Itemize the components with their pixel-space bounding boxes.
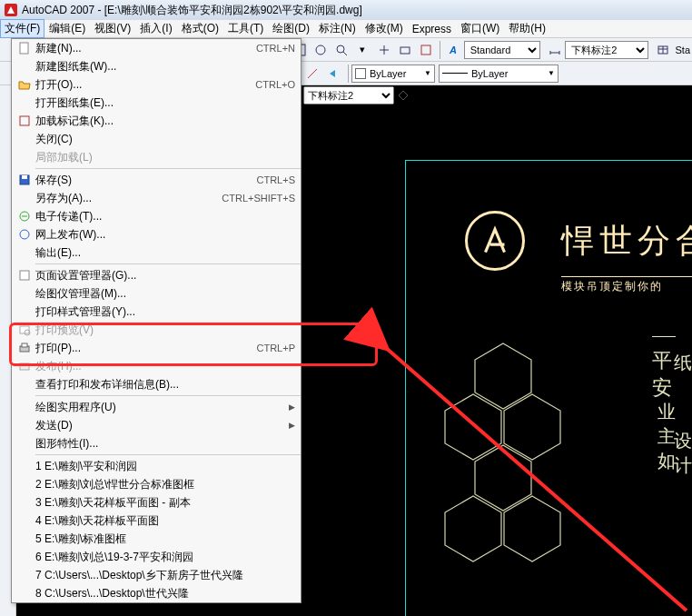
tool-icon[interactable]: ▾ — [353, 40, 372, 60]
zoom-icon[interactable] — [332, 40, 351, 60]
table-style-icon[interactable] — [653, 40, 672, 60]
pan-icon[interactable] — [374, 40, 393, 60]
dim-style-dropdown[interactable]: 下料标注2 — [565, 41, 648, 59]
svg-rect-23 — [22, 343, 27, 347]
menu-saveas[interactable]: 另存为(A)...CTRL+SHIFT+S — [12, 189, 301, 207]
svg-rect-14 — [20, 116, 29, 125]
menu-partial-load: 局部加载(L) — [12, 148, 301, 166]
title-bar: AutoCAD 2007 - [E:\雕刻\顺合装饰平安和润园2栋902\平安和… — [0, 0, 692, 20]
menu-print[interactable]: 打印(P)... CTRL+P — [12, 339, 301, 357]
menu-recent-6[interactable]: 6 E:\雕刻\刘总\19-3-7平安和润园 — [12, 548, 301, 566]
brand-title: 悍世分合 — [561, 219, 692, 263]
menu-new-sheetset[interactable]: 新建图纸集(W)... — [12, 57, 301, 75]
tool-icon[interactable] — [395, 40, 414, 60]
menu-save[interactable]: 保存(S) CTRL+S — [12, 171, 301, 189]
svg-marker-11 — [445, 496, 501, 561]
new-file-icon — [14, 42, 35, 55]
svg-point-2 — [316, 45, 325, 55]
menu-new[interactable]: 新建(N)... CTRL+N — [12, 39, 301, 57]
menu-view[interactable]: 视图(V) — [90, 19, 135, 38]
publish-icon — [14, 360, 35, 373]
open-folder-icon — [14, 78, 35, 91]
menu-send[interactable]: 发送(D)▶ — [12, 416, 301, 434]
menu-window[interactable]: 窗口(W) — [456, 19, 504, 38]
text-style-dropdown[interactable]: Standard — [464, 41, 541, 59]
menu-help[interactable]: 帮助(H) — [504, 19, 550, 38]
tool-icon[interactable] — [311, 40, 330, 60]
menu-recent-7[interactable]: 7 C:\Users\...\Desktop\乡下新房子世代兴隆 — [12, 566, 301, 584]
save-icon — [14, 174, 35, 186]
web-icon — [14, 228, 35, 241]
submenu-arrow-icon: ▶ — [289, 421, 295, 430]
menu-file[interactable]: 文件(F) — [0, 19, 44, 38]
brand-block: 悍世分合 模块吊顶定制你的 — [465, 211, 692, 294]
dim-style-dropdown-2[interactable]: 下料标注2 — [303, 86, 394, 104]
menu-page-setup[interactable]: 页面设置管理器(G)... — [12, 266, 301, 284]
menu-publish[interactable]: 发布(H)... — [12, 357, 301, 375]
menu-edit[interactable]: 编辑(E) — [44, 19, 90, 38]
svg-point-3 — [337, 45, 344, 53]
menu-express[interactable]: Express — [408, 21, 456, 37]
menu-dimension[interactable]: 标注(N) — [314, 19, 361, 38]
menu-recent-5[interactable]: 5 E:\雕刻\标准图框 — [12, 530, 301, 548]
svg-rect-13 — [20, 43, 28, 54]
menu-insert[interactable]: 插入(I) — [135, 19, 176, 38]
svg-rect-24 — [20, 363, 29, 370]
menu-draw[interactable]: 绘图(D) — [268, 19, 314, 38]
menu-modify[interactable]: 修改(M) — [361, 19, 408, 38]
menu-plotstyle-mgr[interactable]: 打印样式管理器(Y)... — [12, 303, 301, 321]
menu-open-sheetset[interactable]: 打开图纸集(E)... — [12, 94, 301, 112]
svg-rect-5 — [421, 45, 430, 55]
printer-icon — [14, 342, 35, 354]
menu-drawing-props[interactable]: 图形特性(I)... — [12, 434, 301, 452]
menu-recent-4[interactable]: 4 E:\雕刻\天花样板平面图 — [12, 512, 301, 530]
svg-point-18 — [20, 230, 29, 239]
line-icon[interactable] — [302, 64, 322, 84]
page-setup-icon — [14, 269, 35, 282]
menu-recent-2[interactable]: 2 E:\雕刻\刘总\悍世分合标准图框 — [12, 475, 301, 493]
canvas-text: 设计 — [674, 429, 692, 478]
submenu-arrow-icon: ▶ — [289, 402, 295, 412]
menu-recent-1[interactable]: 1 E:\雕刻\平安和润园 — [12, 457, 301, 475]
menu-recent-3[interactable]: 3 E:\雕刻\天花样板平面图 - 副本 — [12, 493, 301, 512]
menu-print-preview[interactable]: 打印预览(V) — [12, 321, 301, 339]
menu-format[interactable]: 格式(O) — [177, 19, 223, 38]
markup-icon — [14, 114, 35, 127]
svg-marker-12 — [504, 496, 560, 561]
dim-style-icon[interactable] — [545, 40, 564, 60]
menu-tools[interactable]: 工具(T) — [223, 19, 268, 38]
svg-rect-19 — [20, 271, 29, 280]
canvas-text: 纸 — [674, 351, 692, 375]
menu-publish-web[interactable]: 网上发布(W)... — [12, 225, 301, 243]
etransmit-icon — [14, 210, 35, 223]
menu-etransmit[interactable]: 电子传递(T)... — [12, 207, 301, 225]
file-menu-dropdown: 新建(N)... CTRL+N 新建图纸集(W)... 打开(O)... CTR… — [11, 38, 302, 603]
menu-load-markup[interactable]: 加载标记集(K)... — [12, 112, 301, 130]
text-style-icon[interactable]: A — [443, 40, 462, 60]
menu-drawing-utils[interactable]: 绘图实用程序(U)▶ — [12, 398, 301, 416]
menu-recent-8[interactable]: 8 C:\Users\...\Desktop\世代兴隆 — [12, 584, 301, 602]
linetype-dropdown[interactable]: ByLayer ▼ — [439, 65, 559, 83]
menu-view-plot-details[interactable]: 查看打印和发布详细信息(B)... — [12, 375, 301, 393]
tool-icon[interactable] — [416, 40, 435, 60]
sta-label: Sta — [675, 45, 690, 55]
brand-subtitle: 模块吊顶定制你的 — [561, 279, 692, 294]
window-title: AutoCAD 2007 - [E:\雕刻\顺合装饰平安和润园2栋902\平安和… — [22, 3, 362, 18]
menu-close[interactable]: 关闭(C) — [12, 130, 301, 148]
svg-rect-4 — [400, 47, 410, 54]
menu-open[interactable]: 打开(O)... CTRL+O — [12, 75, 301, 94]
menu-export[interactable]: 输出(E)... — [12, 243, 301, 262]
menu-bar: 文件(F) 编辑(E) 视图(V) 插入(I) 格式(O) 工具(T) 绘图(D… — [0, 20, 692, 38]
svg-rect-16 — [22, 175, 27, 179]
tool-icon[interactable] — [394, 86, 412, 104]
app-icon — [4, 3, 18, 17]
menu-plotter-mgr[interactable]: 绘图仪管理器(M)... — [12, 284, 301, 303]
color-swatch — [355, 68, 366, 79]
layer-prev-icon[interactable] — [324, 64, 344, 84]
color-dropdown[interactable]: ByLayer ▼ — [351, 65, 435, 83]
print-preview-icon — [14, 323, 35, 336]
brand-logo-icon — [465, 211, 525, 271]
